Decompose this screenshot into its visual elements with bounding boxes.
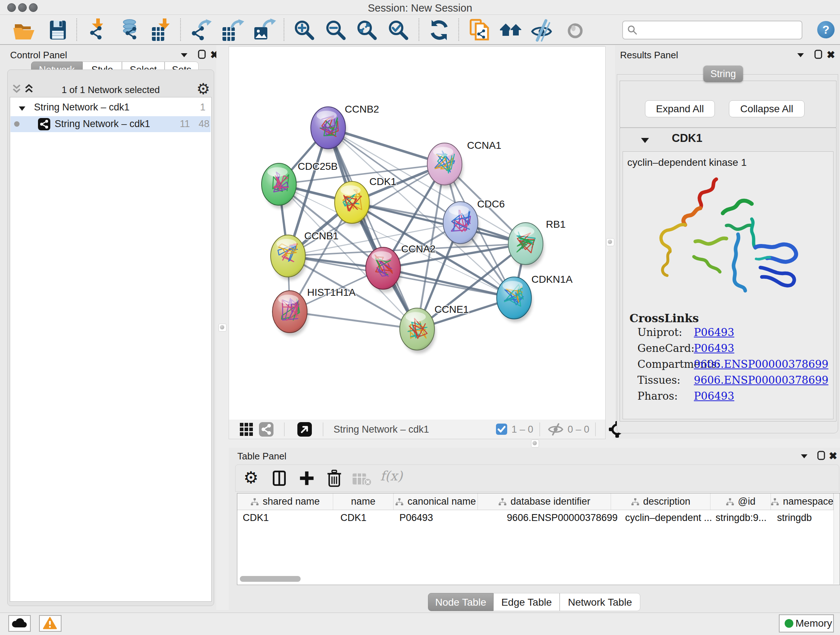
crosslink-genecard-link[interactable]: P06493 — [694, 342, 734, 355]
crosslink-pharos-link[interactable]: P06493 — [694, 390, 734, 402]
network-collection-label: String Network – cdk1 — [34, 102, 129, 113]
birds-eye-view-icon[interactable] — [297, 422, 312, 437]
title-bar: Session: New Session — [0, 0, 840, 15]
network-tree-item-selected[interactable]: String Network – cdk1 11 48 — [11, 116, 210, 132]
show-columns-icon[interactable] — [270, 469, 288, 487]
horizontal-scrollbar-thumb[interactable] — [240, 576, 301, 582]
cloud-status-button[interactable] — [8, 615, 31, 632]
crosslink-tissues-link[interactable]: 9606.ENSP00000378699 — [694, 374, 829, 386]
show-all-icon — [564, 19, 587, 42]
node-CDC6[interactable] — [443, 202, 479, 247]
vertical-scrollbar[interactable] — [834, 494, 840, 584]
toolbar-separator — [180, 19, 181, 41]
edge-CCNB2-CCNE1[interactable] — [328, 128, 417, 329]
crosslink-label: Pharos: — [638, 390, 677, 402]
open-session-button[interactable] — [13, 19, 36, 42]
import-table-from-file-button[interactable] — [150, 19, 174, 42]
crosslinks-heading: CrossLinks — [630, 312, 699, 325]
first-neighbors-button[interactable] — [499, 19, 523, 42]
import-network-from-file-button[interactable] — [87, 19, 110, 42]
collapse-panel-icon[interactable] — [180, 50, 189, 60]
search-input[interactable] — [639, 22, 799, 37]
close-panel-icon[interactable]: ✖ — [827, 49, 836, 58]
node-CDKN1A[interactable] — [497, 277, 532, 322]
expand-all-button[interactable]: Expand All — [645, 100, 715, 117]
zoom-selected-icon — [387, 19, 410, 42]
zoom-out-icon — [324, 19, 347, 42]
crosslink-uniprot-link[interactable]: P06493 — [694, 326, 734, 339]
save-session-button[interactable] — [46, 19, 69, 42]
hide-selection-button[interactable] — [530, 19, 553, 42]
splitter-handle[interactable] — [218, 324, 226, 332]
node-CCNE1[interactable] — [400, 308, 436, 353]
column-header-databaseidentifier[interactable]: database identifier — [478, 494, 611, 510]
section-collapse-icon[interactable] — [640, 136, 650, 145]
splitter-handle[interactable] — [531, 440, 539, 448]
zoom-fit-button[interactable] — [355, 19, 378, 42]
edge-HIST1H1A-CCNE1[interactable] — [290, 312, 417, 329]
create-column-plus-icon[interactable] — [298, 469, 316, 487]
network-canvas[interactable]: CCNB2 CCNA1 CDC25B CDK1 CDC6 RB1 CCNB1 C… — [229, 46, 606, 420]
collapse-panel-icon[interactable] — [799, 451, 809, 461]
zoom-out-button[interactable] — [324, 19, 347, 42]
vertical-splitter-left[interactable] — [216, 45, 229, 610]
grid-view-icon[interactable] — [239, 422, 254, 437]
network-share-icon[interactable] — [259, 422, 273, 437]
column-header-namespace[interactable]: namespace — [771, 494, 834, 510]
float-panel-icon[interactable] — [813, 50, 823, 59]
selected-checkbox-icon[interactable] — [496, 424, 507, 435]
node-CDC25B[interactable] — [262, 163, 297, 209]
column-header-id[interactable]: @id — [711, 494, 771, 510]
help-button[interactable]: ? — [817, 21, 835, 38]
zoom-selected-button[interactable] — [387, 19, 410, 42]
memory-button[interactable]: Memory — [779, 614, 834, 632]
main-toolbar: ? — [0, 15, 840, 45]
column-header-sharedname[interactable]: shared name — [237, 494, 333, 510]
column-header-name[interactable]: name — [333, 494, 393, 510]
float-panel-icon[interactable] — [816, 451, 826, 460]
crosslink-compartments-link[interactable]: 9606.ENSP00000378699 — [694, 358, 829, 371]
node-label-CCNA1: CCNA1 — [467, 140, 501, 151]
tab-string[interactable]: String — [703, 65, 743, 82]
collapse-panel-icon[interactable] — [796, 50, 805, 60]
node-CCNB1[interactable] — [271, 235, 306, 280]
zoom-fit-icon — [355, 19, 378, 42]
network-list-options-gear-icon[interactable]: ⚙ — [196, 80, 210, 98]
node-CCNA2[interactable] — [366, 247, 401, 293]
delete-column-trash-icon[interactable] — [325, 469, 343, 488]
export-image-button[interactable] — [253, 19, 276, 42]
edge-CCNA2-CDKN1A[interactable] — [383, 268, 514, 298]
vertical-splitter-right[interactable] — [605, 45, 615, 440]
network-tree-root-row[interactable]: String Network – cdk1 1 — [10, 101, 210, 116]
warning-status-button[interactable] — [39, 615, 62, 632]
new-network-from-selection-button[interactable] — [469, 19, 492, 42]
status-bar: Memory — [0, 613, 840, 635]
refresh-view-button[interactable] — [428, 19, 451, 42]
column-header-canonicalname[interactable]: canonical name — [393, 494, 478, 510]
horizontal-splitter[interactable] — [229, 439, 840, 448]
node-CDK1[interactable] — [335, 181, 370, 226]
export-table-button[interactable] — [221, 19, 244, 42]
import-network-from-database-button[interactable] — [118, 19, 142, 42]
table-row[interactable]: CDK1CDK1P064939606.ENSP00000378699cyclin… — [237, 510, 834, 524]
node-HIST1H1A[interactable] — [272, 291, 308, 336]
node-CCNB2[interactable] — [311, 107, 347, 152]
memory-label: Memory — [796, 618, 832, 629]
zoom-in-button[interactable] — [293, 19, 316, 42]
tree-expander-icon[interactable] — [18, 105, 26, 112]
tab-network-table[interactable]: Network Table — [560, 593, 640, 611]
close-panel-icon[interactable]: ✖ — [829, 450, 838, 459]
export-network-button[interactable] — [189, 19, 212, 42]
tab-edge-table[interactable]: Edge Table — [493, 593, 560, 611]
results-buttons-box: Expand All Collapse All — [620, 81, 836, 127]
show-all-button[interactable] — [564, 19, 587, 42]
collapse-all-button[interactable]: Collapse All — [729, 100, 805, 117]
tab-node-table[interactable]: Node Table — [428, 593, 493, 611]
node-RB1[interactable] — [508, 223, 544, 268]
splitter-handle[interactable] — [606, 238, 614, 246]
node-CCNA1[interactable] — [427, 143, 463, 188]
float-panel-icon[interactable] — [197, 50, 207, 59]
column-header-description[interactable]: description — [611, 494, 711, 510]
search-field[interactable] — [622, 21, 802, 40]
table-settings-gear-icon[interactable]: ⚙ — [243, 468, 258, 487]
